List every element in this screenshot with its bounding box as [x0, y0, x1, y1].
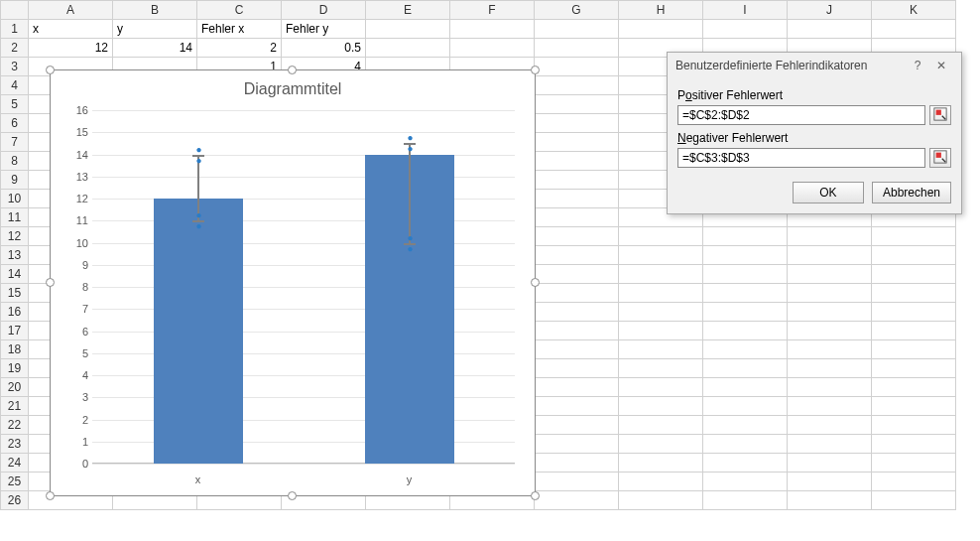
row-header[interactable]: 18 [1, 340, 29, 359]
cell[interactable] [535, 284, 619, 303]
cell[interactable] [535, 359, 619, 378]
cell[interactable] [872, 265, 956, 284]
negative-error-input[interactable] [677, 148, 925, 168]
cell[interactable] [703, 322, 788, 340]
row-header[interactable]: 12 [1, 227, 29, 246]
col-header-F[interactable]: F [450, 1, 535, 20]
cell[interactable] [366, 39, 450, 58]
col-header-E[interactable]: E [366, 1, 450, 20]
cell[interactable] [535, 303, 619, 322]
cell[interactable] [872, 227, 956, 246]
col-header-D[interactable]: D [282, 1, 366, 20]
col-header-A[interactable]: A [29, 1, 113, 20]
cell[interactable] [535, 152, 619, 171]
cell-C1[interactable]: Fehler x [197, 20, 282, 39]
cell[interactable] [535, 473, 619, 491]
cell[interactable] [788, 284, 872, 303]
cell[interactable] [872, 416, 956, 435]
col-header-G[interactable]: G [535, 1, 619, 20]
cell[interactable] [788, 265, 872, 284]
row-header[interactable]: 8 [1, 152, 29, 171]
cell[interactable] [703, 227, 788, 246]
cell[interactable] [872, 378, 956, 397]
cell[interactable] [872, 454, 956, 473]
row-header[interactable]: 20 [1, 378, 29, 397]
cell[interactable] [788, 246, 872, 265]
cell[interactable] [788, 397, 872, 416]
row-header[interactable]: 14 [1, 265, 29, 284]
cancel-button[interactable]: Abbrechen [872, 182, 951, 203]
col-header-I[interactable]: I [703, 1, 788, 20]
range-picker-button[interactable] [929, 148, 951, 168]
chart-title[interactable]: Diagrammtitel [51, 80, 535, 104]
row-header[interactable]: 5 [1, 95, 29, 114]
cell[interactable] [619, 322, 703, 340]
row-header[interactable]: 25 [1, 473, 29, 491]
cell[interactable] [703, 303, 788, 322]
row-header[interactable]: 21 [1, 397, 29, 416]
row-header[interactable]: 17 [1, 322, 29, 340]
cell[interactable] [788, 322, 872, 340]
cell[interactable] [788, 416, 872, 435]
cell[interactable] [788, 20, 872, 39]
cell[interactable] [619, 340, 703, 359]
cell[interactable] [703, 265, 788, 284]
cell[interactable] [535, 76, 619, 95]
cell[interactable] [535, 378, 619, 397]
cell[interactable] [872, 284, 956, 303]
cell-D2[interactable]: 0.5 [282, 39, 366, 58]
cell[interactable] [788, 303, 872, 322]
cell[interactable] [619, 359, 703, 378]
cell[interactable] [535, 20, 619, 39]
cell[interactable] [535, 265, 619, 284]
cell[interactable] [535, 322, 619, 340]
row-header[interactable]: 19 [1, 359, 29, 378]
row-header[interactable]: 16 [1, 303, 29, 322]
cell[interactable] [872, 359, 956, 378]
cell[interactable] [788, 227, 872, 246]
col-header-K[interactable]: K [872, 1, 956, 20]
cell[interactable] [703, 20, 788, 39]
cell[interactable] [535, 227, 619, 246]
col-header-B[interactable]: B [113, 1, 197, 20]
close-button[interactable]: ✕ [929, 59, 953, 72]
cell[interactable] [535, 58, 619, 76]
cell[interactable] [872, 20, 956, 39]
resize-handle[interactable] [531, 491, 540, 500]
cell[interactable] [619, 491, 703, 510]
row-header[interactable]: 3 [1, 58, 29, 76]
row-header[interactable]: 2 [1, 39, 29, 58]
cell[interactable] [450, 20, 535, 39]
cell[interactable] [872, 397, 956, 416]
cell[interactable] [535, 95, 619, 114]
help-button[interactable]: ? [906, 59, 929, 72]
cell-B2[interactable]: 14 [113, 39, 197, 58]
cell[interactable] [535, 340, 619, 359]
embedded-chart[interactable]: Diagrammtitel 012345678910111213141516● … [50, 69, 536, 496]
cell-B1[interactable]: y [113, 20, 197, 39]
cell[interactable] [535, 208, 619, 227]
resize-handle[interactable] [288, 491, 297, 500]
ok-button[interactable]: OK [793, 182, 864, 203]
cell[interactable] [619, 416, 703, 435]
cell-A1[interactable]: x [29, 20, 113, 39]
cell[interactable] [872, 303, 956, 322]
cell[interactable] [703, 454, 788, 473]
cell[interactable] [872, 491, 956, 510]
row-header[interactable]: 24 [1, 454, 29, 473]
cell[interactable] [872, 473, 956, 491]
cell-C2[interactable]: 2 [197, 39, 282, 58]
row-header[interactable]: 23 [1, 435, 29, 454]
cell[interactable] [366, 20, 450, 39]
bar-series[interactable] [154, 199, 243, 464]
cell[interactable] [703, 340, 788, 359]
resize-handle[interactable] [531, 66, 540, 74]
cell[interactable] [535, 435, 619, 454]
cell[interactable] [703, 359, 788, 378]
cell-D1[interactable]: Fehler y [282, 20, 366, 39]
cell[interactable] [619, 20, 703, 39]
row-header[interactable]: 6 [1, 114, 29, 133]
cell[interactable] [703, 397, 788, 416]
cell[interactable] [535, 397, 619, 416]
cell[interactable] [788, 435, 872, 454]
